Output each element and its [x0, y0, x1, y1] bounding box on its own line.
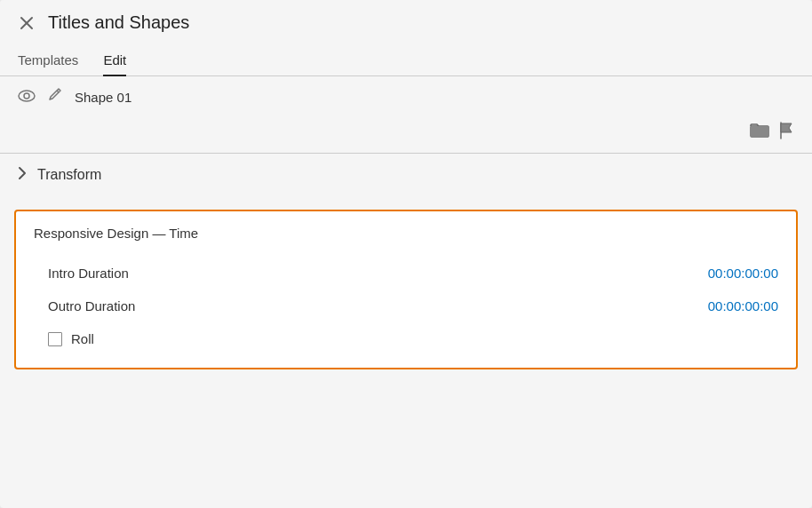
shape-row: Shape 01: [0, 76, 812, 118]
eye-icon[interactable]: [18, 89, 36, 107]
close-icon[interactable]: [18, 14, 36, 32]
intro-duration-label: Intro Duration: [48, 266, 129, 281]
action-icons-row: [0, 118, 812, 153]
header: Titles and Shapes: [0, 0, 812, 45]
roll-checkbox[interactable]: [48, 332, 62, 346]
folder-icon[interactable]: [750, 122, 769, 144]
svg-line-4: [57, 91, 59, 92]
svg-point-2: [19, 91, 35, 101]
transform-label: Transform: [37, 167, 101, 183]
panel: Titles and Shapes Templates Edit Shape 0…: [0, 0, 812, 508]
pen-icon[interactable]: [48, 87, 62, 107]
roll-label: Roll: [71, 331, 94, 346]
tab-edit[interactable]: Edit: [103, 45, 126, 76]
responsive-section-title: Responsive Design — Time: [34, 226, 778, 241]
svg-point-3: [24, 93, 29, 99]
flag-icon[interactable]: [778, 122, 794, 144]
spacer: [0, 384, 812, 508]
intro-duration-value[interactable]: 00:00:00:00: [708, 266, 778, 281]
tabs-bar: Templates Edit: [0, 45, 812, 76]
chevron-right-icon: [18, 166, 27, 183]
outro-duration-value[interactable]: 00:00:00:00: [708, 298, 778, 314]
tab-templates[interactable]: Templates: [18, 45, 78, 76]
intro-duration-row: Intro Duration 00:00:00:00: [34, 257, 778, 290]
shape-name: Shape 01: [75, 90, 131, 105]
panel-title: Titles and Shapes: [48, 12, 189, 33]
svg-rect-6: [751, 126, 768, 137]
outro-duration-label: Outro Duration: [48, 298, 135, 314]
roll-row: Roll: [34, 322, 778, 350]
transform-row[interactable]: Transform: [0, 154, 812, 195]
responsive-design-section: Responsive Design — Time Intro Duration …: [14, 210, 798, 369]
outro-duration-row: Outro Duration 00:00:00:00: [34, 290, 778, 322]
